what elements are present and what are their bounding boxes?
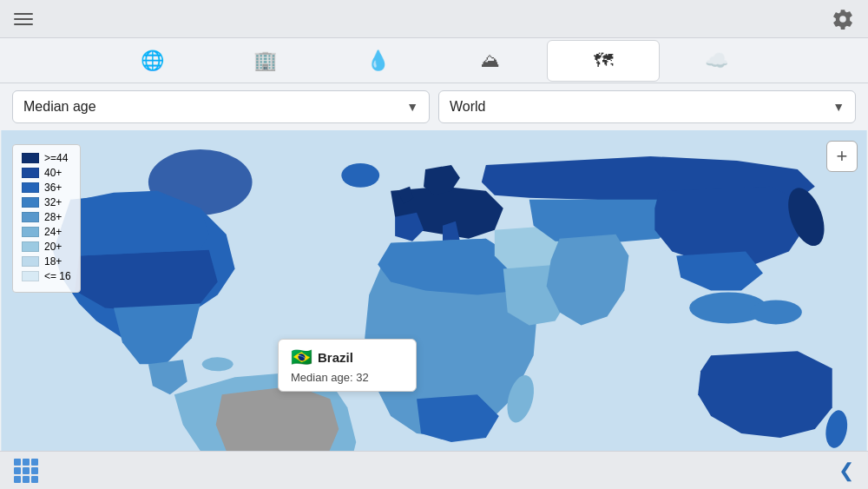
map-area: >=44 40+ 36+ 32+ 28+ 24+ 20+ 18+: [0, 130, 868, 451]
building-icon: 🏢: [253, 50, 277, 72]
hamburger-button[interactable]: [14, 13, 33, 25]
grid-cell: [14, 467, 21, 474]
tooltip-stat: Median age: 32: [291, 371, 404, 384]
svg-point-5: [750, 300, 802, 324]
grid-button[interactable]: [14, 459, 38, 483]
country-name: Brazil: [318, 350, 353, 365]
tab-cloud[interactable]: ☁️: [660, 40, 773, 82]
controls-row: Median age ▼ World ▼: [0, 83, 868, 130]
legend-color-18: [22, 256, 39, 267]
legend-item-40: 40+: [22, 167, 71, 179]
legend-label-44: >=44: [44, 152, 68, 164]
tab-water[interactable]: 💧: [321, 40, 434, 82]
legend-item-28: 28+: [22, 211, 71, 223]
legend-item-16: <= 16: [22, 270, 71, 282]
country-flag: 🇧🇷: [291, 347, 312, 367]
legend-label-20: 20+: [44, 241, 62, 253]
zoom-plus-icon: +: [837, 145, 848, 168]
water-icon: 💧: [366, 50, 390, 72]
legend-label-18: 18+: [44, 255, 62, 268]
tab-mountain[interactable]: ⛰: [434, 40, 547, 82]
legend-item-32: 32+: [22, 196, 71, 208]
legend-label-40: 40+: [44, 167, 62, 179]
legend-item-44: >=44: [22, 152, 71, 164]
legend-color-40: [22, 168, 39, 178]
stat-value: 32: [356, 371, 368, 384]
tab-map[interactable]: 🗺: [547, 40, 660, 82]
grid-cell: [14, 459, 21, 466]
legend-item-24: 24+: [22, 226, 71, 238]
region-label: World: [450, 99, 486, 115]
legend-label-16: <= 16: [44, 270, 71, 282]
grid-cell: [23, 459, 30, 466]
grid-cell: [31, 467, 38, 474]
bottom-bar: ❮: [0, 451, 868, 489]
stat-label: Median age:: [291, 371, 353, 384]
legend-label-28: 28+: [44, 211, 62, 223]
legend-color-44: [22, 153, 39, 163]
tabs-bar: 🌐 🏢 💧 ⛰ 🗺 ☁️: [0, 38, 868, 83]
legend-label-32: 32+: [44, 196, 62, 208]
grid-cell: [23, 467, 30, 474]
region-dropdown[interactable]: World ▼: [438, 90, 856, 123]
grid-cell: [23, 476, 30, 483]
cloud-icon: ☁️: [705, 50, 728, 72]
app-header: [0, 0, 868, 38]
legend-label-24: 24+: [44, 226, 62, 238]
metric-dropdown-arrow: ▼: [406, 100, 418, 114]
mountain-icon: ⛰: [481, 50, 500, 72]
legend-item-20: 20+: [22, 241, 71, 253]
map-icon: 🗺: [594, 50, 613, 72]
tab-building[interactable]: 🏢: [208, 40, 321, 82]
world-map[interactable]: [0, 130, 868, 451]
settings-button[interactable]: [832, 8, 854, 30]
grid-cell: [31, 459, 38, 466]
legend-color-20: [22, 241, 39, 252]
legend-item-18: 18+: [22, 255, 71, 268]
metric-label: Median age: [23, 99, 96, 115]
tab-globe[interactable]: 🌐: [95, 40, 208, 82]
grid-cell: [31, 476, 38, 483]
map-legend: >=44 40+ 36+ 32+ 28+ 24+ 20+ 18+: [12, 144, 81, 293]
svg-point-8: [341, 163, 379, 188]
legend-item-36: 36+: [22, 182, 71, 194]
grid-cell: [14, 476, 21, 483]
zoom-in-button[interactable]: +: [826, 141, 858, 172]
tooltip-title: 🇧🇷 Brazil: [291, 347, 404, 367]
globe-icon: 🌐: [141, 50, 164, 72]
metric-dropdown[interactable]: Median age ▼: [12, 90, 430, 123]
country-tooltip: 🇧🇷 Brazil Median age: 32: [278, 339, 417, 392]
legend-label-36: 36+: [44, 182, 62, 194]
legend-color-28: [22, 212, 39, 222]
legend-color-32: [22, 197, 39, 208]
back-button[interactable]: ❮: [838, 459, 854, 482]
legend-color-36: [22, 182, 39, 193]
legend-color-16: [22, 271, 39, 281]
region-dropdown-arrow: ▼: [832, 100, 845, 114]
legend-color-24: [22, 227, 39, 237]
svg-point-2: [202, 357, 233, 371]
